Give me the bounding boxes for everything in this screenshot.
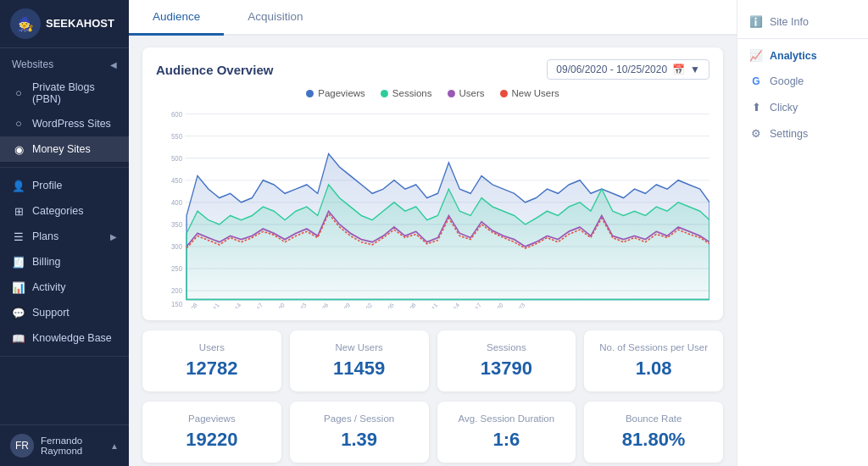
right-panel-analytics[interactable]: 📈 Analytics (737, 42, 868, 69)
sidebar-item-knowledge-base[interactable]: 📖 Knowledge Base (0, 325, 129, 351)
sidebar-section-websites-label: Websites (12, 58, 53, 70)
avatar: FR (10, 434, 34, 458)
stats-row-2: Pageviews 19220 Pages / Session 1.39 Avg… (142, 402, 723, 463)
svg-text:400: 400 (171, 197, 182, 207)
chart-line-icon: 📈 (749, 49, 763, 62)
svg-text:550: 550 (171, 131, 182, 141)
stat-sessions-per-user-value: 1.08 (598, 358, 709, 380)
grid-icon: ⊞ (12, 204, 25, 218)
svg-text:2020-Oct-20: 2020-Oct-20 (482, 302, 504, 308)
dropdown-icon: ▼ (690, 64, 700, 75)
right-panel: ℹ️ Site Info 📈 Analytics G Google ⬆ Clic… (737, 0, 868, 466)
user-icon: 👤 (12, 179, 25, 192)
stat-pages-per-session-value: 1.39 (303, 429, 415, 451)
svg-text:2020-Sep-17: 2020-Sep-17 (242, 302, 264, 308)
svg-text:500: 500 (171, 153, 182, 163)
legend-dot-sessions (381, 90, 388, 97)
right-panel-site-info[interactable]: ℹ️ Site Info (737, 8, 868, 35)
stat-sessions: Sessions 13790 (437, 330, 576, 391)
right-panel-settings[interactable]: ⚙ Settings (737, 120, 868, 147)
right-panel-analytics-label: Analytics (770, 50, 817, 62)
tab-audience[interactable]: Audience (129, 0, 224, 36)
right-panel-google[interactable]: G Google (737, 69, 868, 94)
svg-text:2020-Sep-23: 2020-Sep-23 (285, 302, 308, 308)
date-range-picker[interactable]: 09/06/2020 - 10/25/2020 📅 ▼ (547, 59, 709, 80)
stat-bounce-rate-label: Bounce Rate (598, 413, 709, 424)
sidebar-item-label: Plans (32, 230, 58, 242)
svg-text:200: 200 (171, 286, 182, 296)
tabs-bar: Audience Acquisition (129, 0, 737, 36)
activity-icon: 📊 (12, 280, 25, 294)
stat-sessions-label: Sessions (451, 342, 563, 352)
sidebar-item-label: Categories (32, 205, 83, 217)
cursor-icon: ⬆ (749, 101, 763, 114)
chevron-right-icon: ▶ (110, 232, 117, 241)
sidebar-item-label: Billing (32, 256, 60, 268)
legend-new-users: New Users (500, 88, 559, 98)
stat-pages-per-session-label: Pages / Session (303, 413, 415, 424)
stat-new-users: New Users 11459 (290, 330, 429, 391)
svg-text:2020-Sep-29: 2020-Sep-29 (329, 302, 352, 308)
legend-label-pageviews: Pageviews (318, 88, 365, 98)
stat-sessions-per-user-label: No. of Sessions per User (598, 342, 709, 352)
area-chart: 600 550 500 450 400 350 300 250 200 150 (156, 105, 709, 308)
svg-text:250: 250 (171, 264, 182, 273)
legend-label-new-users: New Users (512, 88, 559, 98)
y-axis-labels: 600 550 500 450 400 350 300 250 200 150 (171, 109, 182, 308)
svg-text:2020-Oct-08: 2020-Oct-08 (395, 302, 417, 308)
sidebar-item-label: Activity (32, 281, 66, 293)
tab-acquisition[interactable]: Acquisition (224, 0, 326, 36)
svg-text:600: 600 (171, 109, 182, 119)
username-label: Fernando Raymond (41, 435, 103, 456)
svg-text:150: 150 (171, 299, 182, 308)
content-area: Audience Overview 09/06/2020 - 10/25/202… (129, 36, 737, 466)
stat-sessions-value: 13790 (451, 358, 563, 380)
svg-text:2020-Oct-11: 2020-Oct-11 (417, 302, 439, 308)
chevron-up-icon: ▲ (110, 441, 119, 451)
stat-sessions-per-user: No. of Sessions per User 1.08 (584, 330, 723, 391)
stat-avg-session-label: Avg. Session Duration (451, 413, 563, 424)
sidebar-item-categories[interactable]: ⊞ Categories (0, 198, 129, 224)
stat-new-users-value: 11459 (303, 358, 415, 380)
svg-text:2020-Sep-20: 2020-Sep-20 (263, 302, 286, 308)
legend-label-users: Users (459, 88, 485, 98)
calendar-icon: 📅 (672, 64, 685, 75)
list-icon: ☰ (12, 230, 25, 243)
circle-icon: ○ (12, 117, 25, 130)
sidebar-websites-section: Websites ◀ ○ Private Blogs (PBN) ○ WordP… (0, 48, 129, 168)
sidebar-item-private-blogs[interactable]: ○ Private Blogs (PBN) (0, 75, 129, 111)
right-panel-clicky-label: Clicky (770, 102, 798, 114)
stat-bounce-rate-value: 81.80% (598, 429, 709, 451)
stat-pages-per-session: Pages / Session 1.39 (290, 402, 429, 463)
sidebar-logo: 🧙 SEEKAHOST (0, 0, 129, 48)
right-panel-clicky[interactable]: ⬆ Clicky (737, 94, 868, 120)
sidebar-item-billing[interactable]: 🧾 Billing (0, 249, 129, 275)
stat-avg-session: Avg. Session Duration 1:6 (437, 402, 576, 463)
stats-row-1: Users 12782 New Users 11459 Sessions 137… (142, 330, 723, 391)
logo-text: SEEKAHOST (46, 17, 114, 31)
legend-users: Users (448, 88, 485, 98)
chart-header: Audience Overview 09/06/2020 - 10/25/202… (156, 59, 709, 80)
sidebar-item-activity[interactable]: 📊 Activity (0, 275, 129, 300)
chevron-left-icon: ◀ (110, 60, 117, 69)
legend-label-sessions: Sessions (392, 88, 432, 98)
sidebar-section-websites[interactable]: Websites ◀ (0, 53, 129, 75)
sidebar-item-profile[interactable]: 👤 Profile (0, 173, 129, 198)
right-panel-google-label: Google (770, 75, 804, 87)
svg-text:450: 450 (171, 175, 182, 185)
stat-bounce-rate: Bounce Rate 81.80% (584, 402, 723, 463)
svg-text:2020-Sep-26: 2020-Sep-26 (307, 302, 330, 308)
sidebar-item-label: Private Blogs (PBN) (32, 81, 117, 105)
svg-text:2020-Oct-23: 2020-Oct-23 (504, 302, 526, 308)
stat-pageviews-value: 19220 (156, 429, 268, 451)
svg-text:2020-Oct-14: 2020-Oct-14 (438, 302, 460, 308)
stat-new-users-label: New Users (303, 342, 415, 352)
sidebar-main-section: 👤 Profile ⊞ Categories ☰ Plans ▶ 🧾 Billi… (0, 168, 129, 357)
info-circle-icon: ℹ️ (749, 15, 763, 28)
sidebar-item-support[interactable]: 💬 Support (0, 300, 129, 325)
stat-users-value: 12782 (156, 358, 268, 380)
book-icon: 📖 (12, 331, 25, 345)
sidebar-item-money-sites[interactable]: ◉ Money Sites (0, 136, 129, 162)
sidebar-item-plans[interactable]: ☰ Plans ▶ (0, 224, 129, 249)
sidebar-item-wordpress[interactable]: ○ WordPress Sites (0, 111, 129, 136)
